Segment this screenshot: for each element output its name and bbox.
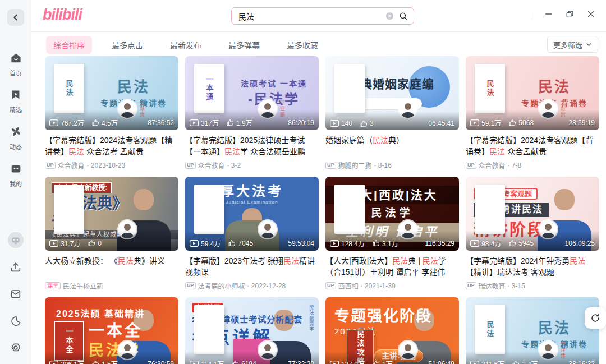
video-card[interactable]: 2024法考客观题钟秀勇讲民法精讲阶段 98.4万 5945 106:09:25… — [466, 177, 599, 291]
video-title[interactable]: 【字幕完结版】2024法考客观题【背诵卷】民法 众合孟献贵 — [466, 135, 599, 157]
video-meta[interactable]: UP 瑞达教育 · 3-15 — [466, 281, 599, 291]
play-count-icon — [470, 240, 479, 247]
filter-tab-5[interactable]: 最多收藏 — [279, 36, 325, 54]
like-count-stat: 5068 — [509, 119, 534, 127]
video-thumbnail[interactable]: 2025法硕 基础精讲一本全民法学 一本全 206.1万 1.5万 76:30:… — [45, 297, 178, 364]
play-count: 31.7万 — [61, 238, 80, 248]
filter-tab-1[interactable]: 综合排序 — [46, 36, 92, 54]
video-stats-overlay: 98.4万 5945 106:09:25 — [466, 231, 599, 251]
uploader-name[interactable]: 狗腿的二狗 — [338, 160, 372, 170]
video-title[interactable]: 【字幕完结版】2025法律硕士考试【一本通】民法学 众合法硕岳业鹏 — [185, 135, 319, 157]
sidebar-item-3[interactable]: 动态 — [10, 125, 22, 151]
video-title[interactable]: 人大杨立新教授： 《民法典》讲义 — [45, 255, 178, 278]
like-count: 3.1万 — [382, 238, 398, 248]
header: bilibili — [31, 0, 606, 32]
book-cover: 民法 — [475, 305, 505, 354]
video-thumbnail[interactable]: 民法专题讲座 背诵卷 民法 孟献贵 59.1万 5068 28:59:19 — [466, 56, 599, 130]
filter-tabs: 综合排序最多点击最新发布最多弹幕最多收藏 — [46, 36, 338, 54]
featured-icon — [10, 89, 22, 103]
sidebar-item-2[interactable]: 精选 — [10, 89, 22, 114]
maximize-button[interactable] — [565, 10, 575, 19]
message-icon — [10, 288, 22, 302]
upload-date: · 7-8 — [508, 162, 522, 169]
video-title[interactable]: 【字幕版】2023年法考 张翔民法精讲视频课 — [185, 255, 319, 278]
maximize-icon — [565, 10, 575, 19]
video-title[interactable]: 【人大|西政|法大】民法典 | 民法学（合151讲）王利明 谭启平 李建伟（20… — [325, 255, 459, 278]
video-card[interactable]: 民法典婚姻家庭编 140 3 06:45:41 婚姻家庭篇（民法典） UP — [325, 56, 459, 171]
bilibili-logo[interactable]: bilibili — [43, 6, 82, 24]
video-card[interactable]: 民法专题讲座 背诵卷 民法 孟献贵 59.1万 5068 28:59:19 【字… — [466, 56, 599, 171]
sidebar-item-1[interactable]: 首页 — [10, 52, 22, 77]
video-meta[interactable]: UP 众合教育 · 3-2 — [185, 160, 319, 170]
video-thumbnail[interactable]: 民法专题讲座 精讲卷 民法 孟献贵 767.2万 4.5万 87:36:52 — [45, 56, 178, 130]
uploader-name[interactable]: 众合教育 — [479, 160, 506, 170]
message-button[interactable] — [8, 288, 23, 302]
settings-button[interactable] — [8, 342, 23, 356]
filter-tab-3[interactable]: 最新发布 — [163, 36, 209, 54]
search-input[interactable] — [237, 11, 381, 21]
video-thumbnail[interactable]: 民法典婚姻家庭编 140 3 06:45:41 — [325, 56, 459, 130]
upload-button[interactable] — [8, 261, 23, 275]
sidebar-item-4[interactable]: 我的 — [10, 162, 22, 188]
book-cover — [54, 185, 84, 234]
video-thumbnail[interactable]: 2024法考客观题钟秀勇讲民法精讲阶段 98.4万 5945 106:09:25 — [466, 177, 599, 251]
uploader-name[interactable]: 法考届的小师叔 — [198, 281, 245, 291]
play-count-stat: 31.7万 — [49, 238, 80, 248]
video-thumbnail[interactable]: 法硕考试 一本通-民法学 一本通 岳业鹏 317万 1.9万 86:20:19 — [185, 56, 319, 130]
moon-button[interactable] — [8, 315, 23, 329]
uploader-name[interactable]: 民法牛杨立新 — [63, 281, 103, 291]
video-thumbnail[interactable]: 文运法硕2025法律硕士考试分析配套考点详解民法 戴寰宇 114.1万 6194… — [185, 297, 319, 364]
like-count-stat: 1.5万 — [92, 359, 118, 364]
video-card[interactable]: 厚大法考Judicial Examination 59.4万 7045 59:5… — [185, 177, 319, 291]
video-meta[interactable]: UP 狗腿的二狗 · 8-16 — [325, 160, 459, 170]
play-count-icon — [330, 120, 339, 127]
minimize-button[interactable] — [544, 9, 554, 19]
more-filters-button[interactable]: 更多筛选 — [547, 36, 598, 53]
back-button[interactable] — [7, 9, 24, 26]
like-count-stat: 3 — [360, 119, 374, 127]
search-icon[interactable] — [398, 11, 408, 21]
video-card[interactable]: 民法专题讲座 精讲卷 民法 李建伟 311.6万 2.4万 38:16:32 — [466, 297, 599, 364]
video-card[interactable]: 人大|西政|法大民法学王利明 谭启平 128.4万 3.1万 116:35:29… — [325, 177, 459, 291]
like-count-stat: 7045 — [228, 239, 253, 247]
video-card[interactable]: 民法专题讲座 精讲卷 民法 孟献贵 767.2万 4.5万 87:36:52 【… — [45, 56, 178, 171]
uploader-name[interactable]: 西西相 — [338, 281, 359, 291]
uploader-name[interactable]: 瑞达教育 — [479, 281, 506, 291]
like-count: 7045 — [238, 239, 253, 247]
video-thumbnail[interactable]: 民法专题讲座 精讲卷 民法 李建伟 311.6万 2.4万 38:16:32 — [466, 297, 599, 364]
sidebar-footer — [0, 234, 31, 356]
uploader-name[interactable]: 众合教育 — [58, 160, 85, 170]
mine-icon — [10, 162, 22, 177]
video-meta[interactable]: UP 法考届的小师叔 · 2022-12-28 — [185, 281, 319, 291]
video-title[interactable]: 婚姻家庭篇（民法典） — [325, 135, 459, 157]
search-box[interactable] — [231, 7, 414, 25]
video-stats-overlay: 206.1万 1.5万 76:30:59 — [45, 351, 178, 364]
video-card[interactable]: 人大 杨立新教授:《民法典》讲义《民法典》起草人权威解读 31.7万 0 人大杨… — [45, 177, 178, 291]
video-thumbnail[interactable]: 厚大法考Judicial Examination 59.4万 7045 59:5… — [185, 177, 319, 251]
video-card[interactable]: 法硕考试 一本通-民法学 一本通 岳业鹏 317万 1.9万 86:20:19 … — [185, 56, 319, 171]
video-duration: 106:09:25 — [565, 239, 595, 247]
video-thumbnail[interactable]: 人大|西政|法大民法学王利明 谭启平 128.4万 3.1万 116:35:29 — [325, 177, 459, 251]
refresh-button[interactable] — [585, 307, 606, 329]
like-count: 0 — [98, 239, 102, 247]
video-card[interactable]: 专题强化阶段2024民法主讲:张翔 民法攻略 137.9万 1万 51:06:4… — [325, 297, 459, 364]
video-meta[interactable]: 课堂 民法牛杨立新 — [45, 281, 178, 291]
clear-icon[interactable] — [385, 12, 394, 20]
close-button[interactable] — [586, 9, 596, 19]
filter-tab-4[interactable]: 最多弹幕 — [221, 36, 267, 54]
video-thumbnail[interactable]: 专题强化阶段2024民法主讲:张翔 民法攻略 137.9万 1万 51:06:4… — [325, 297, 459, 364]
video-meta[interactable]: UP 西西相 · 2021-1-30 — [325, 281, 459, 291]
like-count-stat: 0 — [88, 239, 102, 247]
video-title[interactable]: 【字幕完结版】2024法考客观题【精讲卷】民法 众合法考 孟献贵 — [45, 135, 178, 157]
video-meta[interactable]: UP 众合教育 · 2023-10-23 — [45, 160, 178, 170]
minimize-icon — [544, 9, 554, 19]
video-card[interactable]: 2025法硕 基础精讲一本全民法学 一本全 206.1万 1.5万 76:30:… — [45, 297, 178, 364]
uploader-name[interactable]: 众合教育 — [198, 160, 225, 170]
video-card[interactable]: 文运法硕2025法律硕士考试分析配套考点详解民法 戴寰宇 114.1万 6194… — [185, 297, 319, 364]
video-meta[interactable]: UP 众合教育 · 7-8 — [466, 160, 599, 170]
like-count: 1万 — [382, 359, 393, 364]
filter-tab-2[interactable]: 最多点击 — [104, 36, 150, 54]
video-thumbnail[interactable]: 人大 杨立新教授:《民法典》讲义《民法典》起草人权威解读 31.7万 0 — [45, 177, 178, 251]
user-avatar[interactable] — [8, 234, 23, 248]
video-title[interactable]: 【字幕完结版】2024年钟秀勇民法【精讲】瑞达法考 客观题 — [466, 255, 599, 278]
